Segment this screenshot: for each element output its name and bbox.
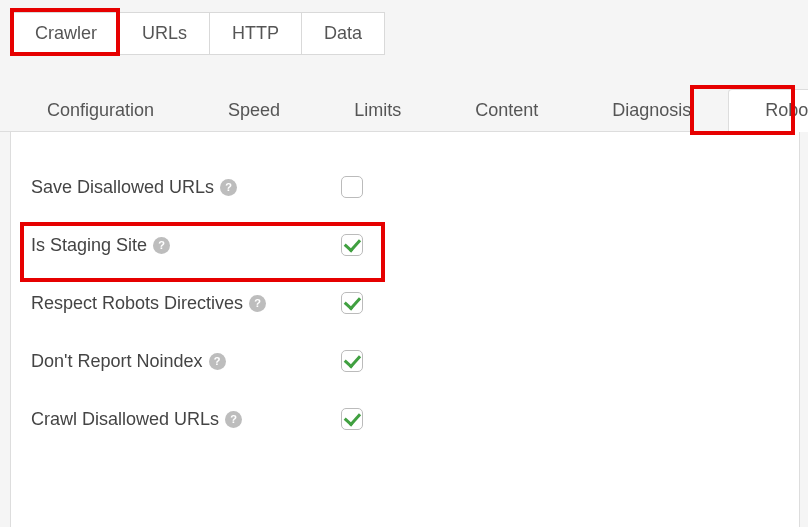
label-dont-report-noindex: Don't Report Noindex ? [31, 351, 341, 372]
label-save-disallowed-urls: Save Disallowed URLs ? [31, 177, 341, 198]
label-text: Save Disallowed URLs [31, 177, 214, 198]
checkbox-respect-robots-directives[interactable] [341, 292, 363, 314]
row-is-staging-site: Is Staging Site ? [31, 216, 779, 274]
checkbox-dont-report-noindex[interactable] [341, 350, 363, 372]
tab-robots[interactable]: Robots [728, 89, 808, 132]
tab-content[interactable]: Content [438, 89, 575, 131]
label-crawl-disallowed-urls: Crawl Disallowed URLs ? [31, 409, 341, 430]
help-icon[interactable]: ? [225, 411, 242, 428]
tab-limits[interactable]: Limits [317, 89, 438, 131]
tab-diagnosis[interactable]: Diagnosis [575, 89, 728, 131]
tab-http[interactable]: HTTP [209, 12, 302, 55]
checkbox-save-disallowed-urls[interactable] [341, 176, 363, 198]
help-icon[interactable]: ? [249, 295, 266, 312]
label-is-staging-site: Is Staging Site ? [31, 235, 341, 256]
checkbox-is-staging-site[interactable] [341, 234, 363, 256]
tab-urls[interactable]: URLs [119, 12, 210, 55]
help-icon[interactable]: ? [220, 179, 237, 196]
row-save-disallowed-urls: Save Disallowed URLs ? [31, 158, 779, 216]
row-dont-report-noindex: Don't Report Noindex ? [31, 332, 779, 390]
help-icon[interactable]: ? [209, 353, 226, 370]
help-icon[interactable]: ? [153, 237, 170, 254]
row-crawl-disallowed-urls: Crawl Disallowed URLs ? [31, 390, 779, 448]
label-respect-robots-directives: Respect Robots Directives ? [31, 293, 341, 314]
tab-configuration[interactable]: Configuration [10, 89, 191, 131]
label-text: Crawl Disallowed URLs [31, 409, 219, 430]
checkbox-crawl-disallowed-urls[interactable] [341, 408, 363, 430]
sub-tab-bar: Configuration Speed Limits Content Diagn… [0, 55, 808, 132]
tab-speed[interactable]: Speed [191, 89, 317, 131]
tab-data[interactable]: Data [301, 12, 385, 55]
robots-options-panel: Save Disallowed URLs ? Is Staging Site ?… [10, 132, 800, 527]
row-respect-robots-directives: Respect Robots Directives ? [31, 274, 779, 332]
label-text: Respect Robots Directives [31, 293, 243, 314]
label-text: Is Staging Site [31, 235, 147, 256]
main-tab-bar: Crawler URLs HTTP Data [0, 0, 808, 55]
label-text: Don't Report Noindex [31, 351, 203, 372]
tab-crawler[interactable]: Crawler [12, 12, 120, 55]
